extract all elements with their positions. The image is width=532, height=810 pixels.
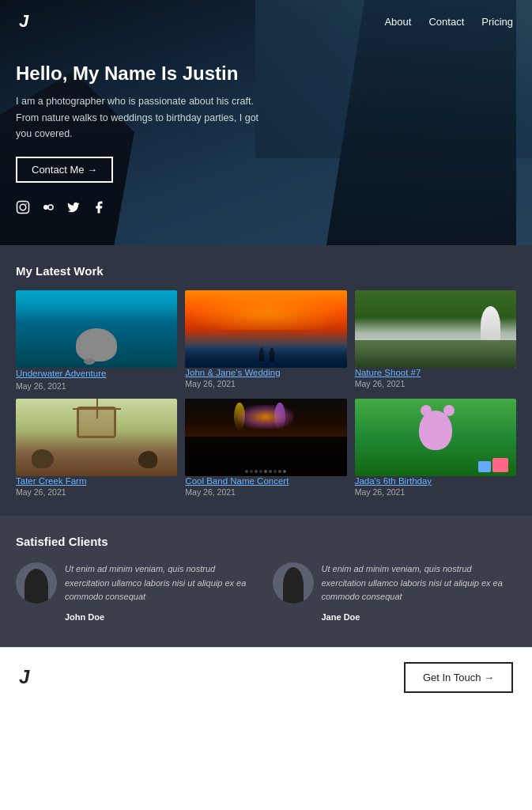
hero-content: Hello, My Name Is Justin I am a photogra… (16, 62, 269, 217)
testimonial-text-1: Ut enim ad minim veniam, quis nostrud ex… (65, 562, 260, 604)
social-links (16, 200, 269, 217)
gallery-item: Jada's 6th Birthday May 26, 2021 (355, 399, 516, 497)
testimonial-content-2: Ut enim ad minim veniam, quis nostrud ex… (322, 562, 517, 623)
testimonial-content-1: Ut enim ad minim veniam, quis nostrud ex… (65, 562, 260, 623)
gallery-item-title-3[interactable]: Nature Shoot #7 (355, 368, 516, 377)
testimonial-name-1: John Doe (65, 612, 104, 622)
flickr-icon[interactable] (41, 200, 55, 217)
latest-work-title: My Latest Work (16, 264, 516, 278)
gallery-thumb-4 (16, 399, 177, 476)
avatar-2 (273, 562, 314, 604)
gallery-item-date-3: May 26, 2021 (355, 379, 516, 388)
contact-me-button[interactable]: Contact Me → (16, 157, 113, 183)
gallery-thumb-2 (185, 290, 346, 368)
footer: J Get In Touch → (0, 647, 532, 707)
facebook-icon[interactable] (92, 200, 106, 217)
gallery-thumb-3 (355, 290, 516, 368)
testimonials-grid: Ut enim ad minim veniam, quis nostrud ex… (16, 562, 516, 623)
gallery-item: Nature Shoot #7 May 26, 2021 (355, 290, 516, 391)
nav-contact[interactable]: Contact (428, 16, 464, 28)
gallery-item: Underwater Adventure May 26, 2021 (16, 290, 177, 391)
gallery-item-date-5: May 26, 2021 (185, 487, 346, 497)
gallery-item: John & Jane's Wedding May 26, 2021 (185, 290, 346, 391)
svg-rect-0 (17, 202, 29, 214)
gallery-item: Cool Band Name Concert May 26, 2021 (185, 399, 346, 497)
gallery-item-title-1[interactable]: Underwater Adventure (16, 368, 177, 380)
svg-point-1 (20, 204, 26, 210)
hero-subtitle: I am a photographer who is passionate ab… (16, 93, 269, 142)
testimonial-item-1: Ut enim ad minim veniam, quis nostrud ex… (16, 562, 260, 623)
gallery-thumb-1 (16, 290, 177, 368)
hero-section: J About Contact Pricing Hello, My Name I… (0, 0, 532, 245)
avatar-1 (16, 562, 57, 604)
navbar-links: About Contact Pricing (384, 16, 513, 28)
gallery-item-date-4: May 26, 2021 (16, 487, 177, 497)
gallery-item-title-2[interactable]: John & Jane's Wedding (185, 368, 346, 377)
nav-pricing[interactable]: Pricing (481, 16, 513, 28)
latest-work-section: My Latest Work Underwater Adventure May … (0, 245, 532, 516)
navbar-logo: J (19, 11, 28, 32)
testimonial-item-2: Ut enim ad minim veniam, quis nostrud ex… (273, 562, 517, 623)
gallery-item-date-1: May 26, 2021 (16, 381, 177, 391)
navbar: J About Contact Pricing (0, 0, 532, 43)
svg-point-3 (43, 205, 48, 210)
gallery-item-title-5[interactable]: Cool Band Name Concert (185, 476, 346, 486)
get-in-touch-button[interactable]: Get In Touch → (404, 662, 513, 693)
testimonials-section: Satisfied Clients Ut enim ad minim venia… (0, 516, 532, 647)
twitter-icon[interactable] (66, 200, 81, 217)
testimonial-name-2: Jane Doe (322, 612, 360, 622)
gallery-grid: Underwater Adventure May 26, 2021 John &… (16, 290, 516, 497)
gallery-thumb-5 (185, 399, 346, 476)
hero-title: Hello, My Name Is Justin (16, 62, 269, 85)
gallery-item-date-2: May 26, 2021 (185, 379, 346, 388)
gallery-item-title-4[interactable]: Tater Creek Farm (16, 476, 177, 486)
gallery-item-date-6: May 26, 2021 (355, 487, 516, 497)
gallery-thumb-6 (355, 399, 516, 476)
instagram-icon[interactable] (16, 200, 30, 217)
gallery-item: Tater Creek Farm May 26, 2021 (16, 399, 177, 497)
testimonial-text-2: Ut enim ad minim veniam, quis nostrud ex… (322, 562, 517, 604)
testimonials-title: Satisfied Clients (16, 535, 516, 548)
svg-point-4 (48, 205, 53, 210)
svg-point-2 (25, 203, 27, 205)
gallery-item-title-6[interactable]: Jada's 6th Birthday (355, 476, 516, 486)
footer-logo: J (19, 666, 29, 688)
nav-about[interactable]: About (384, 16, 411, 28)
